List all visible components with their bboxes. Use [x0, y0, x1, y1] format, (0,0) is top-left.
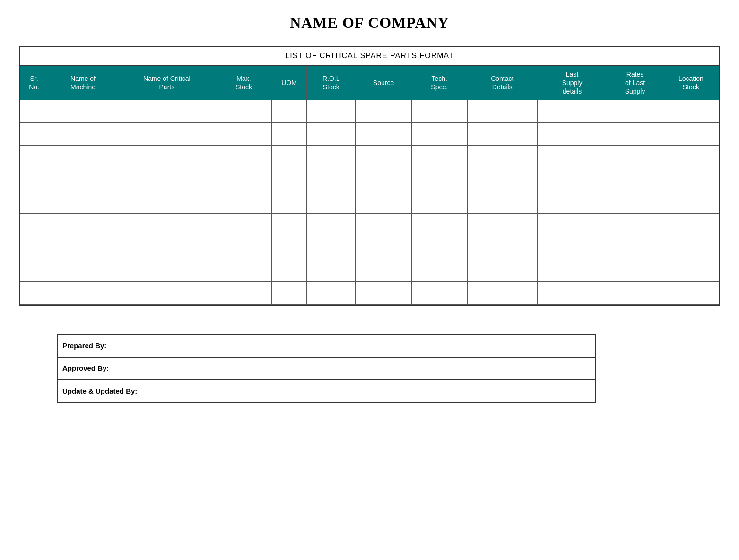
- table-cell-maxstock[interactable]: [216, 100, 271, 122]
- table-cell-maxstock[interactable]: [216, 213, 271, 236]
- table-cell-techspec[interactable]: [411, 168, 467, 191]
- table-cell-techspec[interactable]: [411, 100, 467, 122]
- table-cell-locstock[interactable]: [663, 122, 719, 145]
- table-cell-maxstock[interactable]: [216, 122, 271, 145]
- table-cell-maxstock[interactable]: [216, 259, 271, 281]
- table-cell-rates[interactable]: [607, 168, 663, 191]
- table-cell-machine[interactable]: [48, 122, 118, 145]
- table-cell-source[interactable]: [356, 259, 411, 281]
- table-cell-locstock[interactable]: [663, 100, 719, 122]
- table-cell-maxstock[interactable]: [216, 191, 271, 213]
- table-cell-rol[interactable]: [306, 168, 355, 191]
- table-cell-lastsupply[interactable]: [537, 145, 607, 168]
- table-cell-techspec[interactable]: [411, 213, 467, 236]
- table-cell-machine[interactable]: [48, 191, 118, 213]
- table-cell-parts[interactable]: [118, 145, 216, 168]
- table-cell-rol[interactable]: [306, 122, 355, 145]
- table-cell-techspec[interactable]: [411, 236, 467, 259]
- table-cell-lastsupply[interactable]: [537, 191, 607, 213]
- table-cell-uom[interactable]: [272, 122, 307, 145]
- table-cell-contact[interactable]: [467, 145, 537, 168]
- table-cell-techspec[interactable]: [411, 281, 467, 304]
- table-cell-rol[interactable]: [306, 213, 355, 236]
- table-cell-maxstock[interactable]: [216, 168, 271, 191]
- table-cell-machine[interactable]: [48, 100, 118, 122]
- table-cell-parts[interactable]: [118, 191, 216, 213]
- table-cell-uom[interactable]: [272, 168, 307, 191]
- table-cell-parts[interactable]: [118, 122, 216, 145]
- table-cell-rol[interactable]: [306, 191, 355, 213]
- table-cell-machine[interactable]: [48, 145, 118, 168]
- table-cell-rol[interactable]: [306, 281, 355, 304]
- table-cell-techspec[interactable]: [411, 122, 467, 145]
- table-cell-rol[interactable]: [306, 100, 355, 122]
- table-cell-locstock[interactable]: [663, 191, 719, 213]
- table-cell-srno[interactable]: [20, 122, 48, 145]
- table-cell-srno[interactable]: [20, 281, 48, 304]
- table-cell-parts[interactable]: [118, 168, 216, 191]
- table-cell-locstock[interactable]: [663, 213, 719, 236]
- table-cell-rates[interactable]: [607, 259, 663, 281]
- table-cell-rol[interactable]: [306, 259, 355, 281]
- table-cell-source[interactable]: [356, 145, 411, 168]
- table-cell-contact[interactable]: [467, 100, 537, 122]
- table-cell-srno[interactable]: [20, 259, 48, 281]
- table-cell-rol[interactable]: [306, 236, 355, 259]
- table-cell-source[interactable]: [356, 100, 411, 122]
- table-cell-uom[interactable]: [272, 259, 307, 281]
- table-cell-srno[interactable]: [20, 191, 48, 213]
- table-cell-techspec[interactable]: [411, 145, 467, 168]
- table-cell-lastsupply[interactable]: [537, 259, 607, 281]
- table-cell-srno[interactable]: [20, 236, 48, 259]
- table-cell-contact[interactable]: [467, 281, 537, 304]
- table-cell-source[interactable]: [356, 236, 411, 259]
- table-cell-rates[interactable]: [607, 100, 663, 122]
- table-cell-lastsupply[interactable]: [537, 168, 607, 191]
- table-cell-source[interactable]: [356, 213, 411, 236]
- table-cell-srno[interactable]: [20, 213, 48, 236]
- table-cell-parts[interactable]: [118, 281, 216, 304]
- table-cell-locstock[interactable]: [663, 236, 719, 259]
- table-cell-parts[interactable]: [118, 236, 216, 259]
- table-cell-lastsupply[interactable]: [537, 100, 607, 122]
- table-cell-maxstock[interactable]: [216, 281, 271, 304]
- table-cell-source[interactable]: [356, 168, 411, 191]
- table-cell-contact[interactable]: [467, 122, 537, 145]
- table-cell-lastsupply[interactable]: [537, 281, 607, 304]
- table-cell-rates[interactable]: [607, 281, 663, 304]
- table-cell-uom[interactable]: [272, 236, 307, 259]
- table-cell-srno[interactable]: [20, 168, 48, 191]
- table-cell-lastsupply[interactable]: [537, 213, 607, 236]
- table-cell-techspec[interactable]: [411, 259, 467, 281]
- table-cell-source[interactable]: [356, 191, 411, 213]
- table-cell-parts[interactable]: [118, 213, 216, 236]
- table-cell-source[interactable]: [356, 122, 411, 145]
- table-cell-contact[interactable]: [467, 213, 537, 236]
- table-cell-srno[interactable]: [20, 100, 48, 122]
- table-cell-techspec[interactable]: [411, 191, 467, 213]
- table-cell-locstock[interactable]: [663, 281, 719, 304]
- table-cell-maxstock[interactable]: [216, 236, 271, 259]
- table-cell-lastsupply[interactable]: [537, 236, 607, 259]
- table-cell-lastsupply[interactable]: [537, 122, 607, 145]
- table-cell-rates[interactable]: [607, 236, 663, 259]
- table-cell-rol[interactable]: [306, 145, 355, 168]
- table-cell-contact[interactable]: [467, 236, 537, 259]
- table-cell-rates[interactable]: [607, 145, 663, 168]
- table-cell-machine[interactable]: [48, 259, 118, 281]
- table-cell-uom[interactable]: [272, 281, 307, 304]
- table-cell-parts[interactable]: [118, 100, 216, 122]
- table-cell-source[interactable]: [356, 281, 411, 304]
- table-cell-rates[interactable]: [607, 213, 663, 236]
- table-cell-uom[interactable]: [272, 100, 307, 122]
- table-cell-locstock[interactable]: [663, 168, 719, 191]
- table-cell-uom[interactable]: [272, 145, 307, 168]
- table-cell-locstock[interactable]: [663, 145, 719, 168]
- table-cell-machine[interactable]: [48, 281, 118, 304]
- table-cell-maxstock[interactable]: [216, 145, 271, 168]
- table-cell-uom[interactable]: [272, 191, 307, 213]
- table-cell-contact[interactable]: [467, 259, 537, 281]
- table-cell-contact[interactable]: [467, 191, 537, 213]
- table-cell-rates[interactable]: [607, 191, 663, 213]
- table-cell-parts[interactable]: [118, 259, 216, 281]
